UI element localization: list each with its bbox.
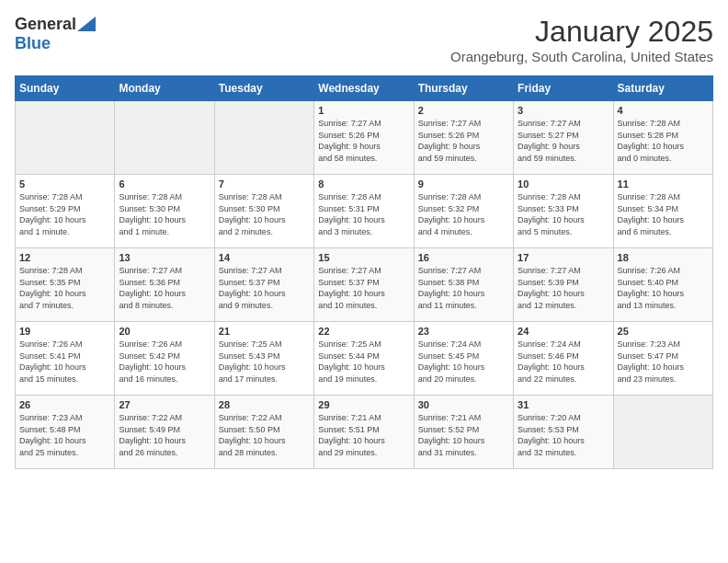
day-info-4: Sunrise: 7:28 AM Sunset: 5:28 PM Dayligh… — [618, 118, 709, 164]
empty-cell — [16, 101, 115, 175]
header-thursday: Thursday — [414, 76, 513, 101]
header-sunday: Sunday — [16, 76, 115, 101]
day-info-16: Sunrise: 7:27 AM Sunset: 5:38 PM Dayligh… — [418, 265, 509, 311]
day-cell-15: 15Sunrise: 7:27 AM Sunset: 5:37 PM Dayli… — [314, 248, 414, 322]
day-cell-22: 22Sunrise: 7:25 AM Sunset: 5:44 PM Dayli… — [314, 322, 414, 396]
day-info-22: Sunrise: 7:25 AM Sunset: 5:44 PM Dayligh… — [318, 339, 409, 385]
day-info-20: Sunrise: 7:26 AM Sunset: 5:42 PM Dayligh… — [119, 339, 210, 385]
day-info-11: Sunrise: 7:28 AM Sunset: 5:34 PM Dayligh… — [618, 191, 709, 237]
day-number-16: 16 — [418, 252, 509, 263]
day-number-28: 28 — [219, 399, 310, 410]
day-number-14: 14 — [219, 252, 310, 263]
week-row-5: 26Sunrise: 7:23 AM Sunset: 5:48 PM Dayli… — [16, 396, 713, 469]
day-info-5: Sunrise: 7:28 AM Sunset: 5:29 PM Dayligh… — [19, 191, 110, 237]
day-number-4: 4 — [618, 105, 709, 116]
day-number-6: 6 — [119, 178, 210, 190]
calendar-title: January 2025 — [450, 15, 713, 49]
day-number-24: 24 — [518, 326, 609, 337]
day-info-6: Sunrise: 7:28 AM Sunset: 5:30 PM Dayligh… — [119, 191, 210, 237]
day-cell-30: 30Sunrise: 7:21 AM Sunset: 5:52 PM Dayli… — [414, 396, 513, 469]
day-number-21: 21 — [219, 326, 310, 337]
day-number-29: 29 — [318, 399, 409, 410]
day-number-8: 8 — [318, 178, 409, 190]
day-cell-4: 4Sunrise: 7:28 AM Sunset: 5:28 PM Daylig… — [613, 101, 712, 175]
day-cell-18: 18Sunrise: 7:26 AM Sunset: 5:40 PM Dayli… — [613, 248, 712, 322]
day-number-27: 27 — [119, 399, 210, 410]
day-cell-10: 10Sunrise: 7:28 AM Sunset: 5:33 PM Dayli… — [514, 175, 613, 248]
logo-icon — [77, 17, 96, 31]
day-number-7: 7 — [219, 178, 310, 190]
day-number-11: 11 — [618, 178, 709, 190]
day-cell-20: 20Sunrise: 7:26 AM Sunset: 5:42 PM Dayli… — [115, 322, 214, 396]
title-area: January 2025 Orangeburg, South Carolina,… — [450, 15, 713, 64]
day-info-21: Sunrise: 7:25 AM Sunset: 5:43 PM Dayligh… — [219, 339, 310, 385]
day-info-25: Sunrise: 7:23 AM Sunset: 5:47 PM Dayligh… — [618, 339, 709, 385]
day-cell-13: 13Sunrise: 7:27 AM Sunset: 5:36 PM Dayli… — [115, 248, 214, 322]
day-cell-21: 21Sunrise: 7:25 AM Sunset: 5:43 PM Dayli… — [214, 322, 313, 396]
day-number-2: 2 — [418, 105, 509, 116]
empty-cell — [214, 101, 313, 175]
day-cell-1: 1Sunrise: 7:27 AM Sunset: 5:26 PM Daylig… — [314, 101, 414, 175]
day-info-17: Sunrise: 7:27 AM Sunset: 5:39 PM Dayligh… — [518, 265, 609, 311]
day-number-5: 5 — [19, 178, 110, 190]
day-number-9: 9 — [418, 178, 509, 190]
day-number-30: 30 — [418, 399, 509, 410]
day-cell-3: 3Sunrise: 7:27 AM Sunset: 5:27 PM Daylig… — [514, 101, 613, 175]
day-info-24: Sunrise: 7:24 AM Sunset: 5:46 PM Dayligh… — [518, 339, 609, 385]
day-number-22: 22 — [318, 326, 409, 337]
logo-blue-text: Blue — [15, 34, 51, 53]
day-info-1: Sunrise: 7:27 AM Sunset: 5:26 PM Dayligh… — [318, 118, 409, 164]
day-cell-6: 6Sunrise: 7:28 AM Sunset: 5:30 PM Daylig… — [115, 175, 214, 248]
svg-marker-0 — [77, 17, 96, 31]
day-number-1: 1 — [318, 105, 409, 116]
calendar-subtitle: Orangeburg, South Carolina, United State… — [450, 49, 713, 64]
day-number-18: 18 — [618, 252, 709, 263]
day-cell-23: 23Sunrise: 7:24 AM Sunset: 5:45 PM Dayli… — [414, 322, 513, 396]
day-info-29: Sunrise: 7:21 AM Sunset: 5:51 PM Dayligh… — [318, 412, 409, 458]
day-number-31: 31 — [518, 399, 609, 410]
day-cell-31: 31Sunrise: 7:20 AM Sunset: 5:53 PM Dayli… — [514, 396, 613, 469]
day-number-20: 20 — [119, 326, 210, 337]
day-cell-12: 12Sunrise: 7:28 AM Sunset: 5:35 PM Dayli… — [16, 248, 115, 322]
day-cell-2: 2Sunrise: 7:27 AM Sunset: 5:26 PM Daylig… — [414, 101, 513, 175]
day-cell-26: 26Sunrise: 7:23 AM Sunset: 5:48 PM Dayli… — [16, 396, 115, 469]
day-info-23: Sunrise: 7:24 AM Sunset: 5:45 PM Dayligh… — [418, 339, 509, 385]
day-info-13: Sunrise: 7:27 AM Sunset: 5:36 PM Dayligh… — [119, 265, 210, 311]
day-number-15: 15 — [318, 252, 409, 263]
day-info-31: Sunrise: 7:20 AM Sunset: 5:53 PM Dayligh… — [518, 412, 609, 458]
week-row-3: 12Sunrise: 7:28 AM Sunset: 5:35 PM Dayli… — [16, 248, 713, 322]
calendar-table: SundayMondayTuesdayWednesdayThursdayFrid… — [15, 75, 713, 469]
day-info-18: Sunrise: 7:26 AM Sunset: 5:40 PM Dayligh… — [618, 265, 709, 311]
day-cell-29: 29Sunrise: 7:21 AM Sunset: 5:51 PM Dayli… — [314, 396, 414, 469]
header-saturday: Saturday — [613, 76, 712, 101]
logo-general-text: General — [15, 15, 76, 34]
day-cell-25: 25Sunrise: 7:23 AM Sunset: 5:47 PM Dayli… — [613, 322, 712, 396]
day-info-15: Sunrise: 7:27 AM Sunset: 5:37 PM Dayligh… — [318, 265, 409, 311]
day-number-25: 25 — [618, 326, 709, 337]
empty-cell — [613, 396, 712, 469]
day-number-17: 17 — [518, 252, 609, 263]
day-cell-8: 8Sunrise: 7:28 AM Sunset: 5:31 PM Daylig… — [314, 175, 414, 248]
day-cell-11: 11Sunrise: 7:28 AM Sunset: 5:34 PM Dayli… — [613, 175, 712, 248]
day-info-9: Sunrise: 7:28 AM Sunset: 5:32 PM Dayligh… — [418, 191, 509, 237]
day-info-14: Sunrise: 7:27 AM Sunset: 5:37 PM Dayligh… — [219, 265, 310, 311]
day-info-19: Sunrise: 7:26 AM Sunset: 5:41 PM Dayligh… — [19, 339, 110, 385]
day-number-10: 10 — [518, 178, 609, 190]
logo: General Blue — [15, 15, 96, 53]
day-cell-9: 9Sunrise: 7:28 AM Sunset: 5:32 PM Daylig… — [414, 175, 513, 248]
day-info-30: Sunrise: 7:21 AM Sunset: 5:52 PM Dayligh… — [418, 412, 509, 458]
day-number-26: 26 — [19, 399, 110, 410]
header-tuesday: Tuesday — [214, 76, 313, 101]
day-number-12: 12 — [19, 252, 110, 263]
day-info-27: Sunrise: 7:22 AM Sunset: 5:49 PM Dayligh… — [119, 412, 210, 458]
day-info-26: Sunrise: 7:23 AM Sunset: 5:48 PM Dayligh… — [19, 412, 110, 458]
day-cell-17: 17Sunrise: 7:27 AM Sunset: 5:39 PM Dayli… — [514, 248, 613, 322]
week-row-4: 19Sunrise: 7:26 AM Sunset: 5:41 PM Dayli… — [16, 322, 713, 396]
week-row-1: 1Sunrise: 7:27 AM Sunset: 5:26 PM Daylig… — [16, 101, 713, 175]
day-info-3: Sunrise: 7:27 AM Sunset: 5:27 PM Dayligh… — [518, 118, 609, 164]
day-info-2: Sunrise: 7:27 AM Sunset: 5:26 PM Dayligh… — [418, 118, 509, 164]
header-friday: Friday — [514, 76, 613, 101]
day-cell-27: 27Sunrise: 7:22 AM Sunset: 5:49 PM Dayli… — [115, 396, 214, 469]
day-info-10: Sunrise: 7:28 AM Sunset: 5:33 PM Dayligh… — [518, 191, 609, 237]
day-number-3: 3 — [518, 105, 609, 116]
